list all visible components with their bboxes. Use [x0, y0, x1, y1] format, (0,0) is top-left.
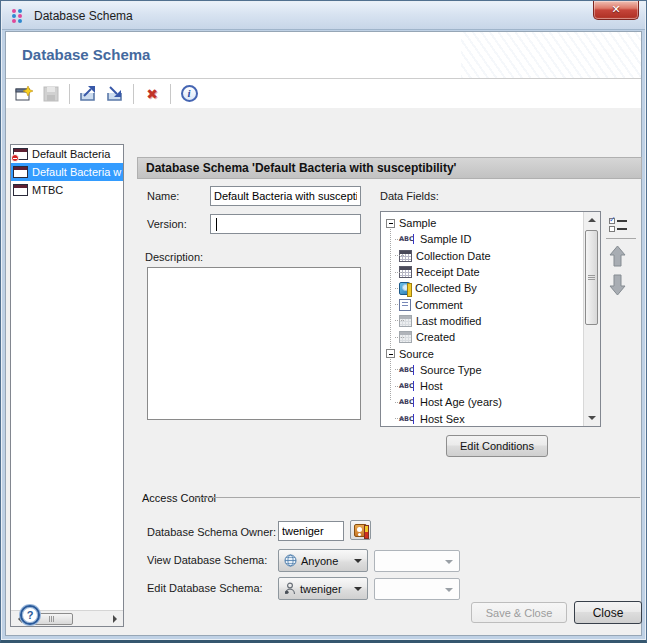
checked-box-icon [609, 218, 615, 224]
schema-window-icon [13, 148, 28, 160]
new-schema-button[interactable] [12, 82, 36, 106]
tree-item[interactable]: ABC Host [385, 378, 583, 394]
tree-label: Source [399, 348, 434, 360]
tree-group[interactable]: Sample [385, 215, 583, 231]
schema-list-item[interactable]: MTBC [11, 181, 123, 199]
tree-group[interactable]: Source [385, 345, 583, 361]
version-label: Version: [147, 218, 187, 230]
dialog-content: Database Schema [5, 31, 642, 636]
data-fields-tree: Sample ABC Sample ID Collection Date Rec… [380, 211, 601, 427]
save-and-close-button: Save & Close [471, 602, 567, 623]
schema-list-item-selected[interactable]: Default Bacteria w [11, 163, 123, 181]
description-textarea[interactable] [147, 267, 361, 420]
view-schema-dropdown[interactable]: Anyone [278, 549, 368, 572]
delete-button[interactable]: ✖ [140, 82, 164, 106]
export-button[interactable] [76, 82, 100, 106]
tree-item[interactable]: ABC Host Sex [385, 411, 583, 427]
tree-item[interactable]: Receipt Date [385, 264, 583, 280]
scroll-right-icon[interactable] [107, 611, 123, 627]
tree-item[interactable]: Last modified [385, 313, 583, 329]
scroll-up-icon[interactable] [584, 212, 600, 227]
view-schema-label: View Database Schema: [147, 554, 267, 566]
save-icon [43, 86, 59, 102]
tree-label: Created [416, 331, 455, 343]
export-icon [78, 85, 98, 102]
name-input[interactable] [210, 186, 361, 206]
scrollbar-thumb[interactable] [585, 230, 598, 325]
database-schema-dialog: Database Schema ✕ Database Schema [0, 0, 647, 643]
chevron-down-icon [445, 588, 453, 596]
memo-field-icon [399, 299, 411, 311]
name-label: Name: [147, 190, 179, 202]
window-close-button[interactable]: ✕ [593, 1, 639, 20]
tree-item[interactable]: Comment [385, 296, 583, 312]
collapse-toggle-icon[interactable] [386, 219, 395, 228]
data-fields-label: Data Fields: [380, 190, 439, 202]
titlebar[interactable]: Database Schema [2, 2, 645, 30]
date-field-icon [399, 250, 412, 262]
edit-schema-label: Edit Database Schema: [147, 582, 263, 594]
scroll-down-icon[interactable] [584, 411, 600, 426]
text-field-icon: ABC [399, 381, 416, 391]
collapse-toggle-icon[interactable] [386, 349, 395, 358]
globe-icon [284, 554, 297, 567]
edit-conditions-button[interactable]: Edit Conditions [446, 435, 548, 457]
app-icon [11, 8, 27, 24]
unchecked-box-icon [609, 226, 615, 232]
address-book-icon [354, 524, 367, 537]
disabled-badge-icon [11, 154, 19, 162]
system-date-field-icon [399, 331, 412, 343]
description-label: Description: [145, 251, 203, 263]
schema-item-label: Default Bacteria [32, 148, 110, 160]
move-up-button[interactable] [609, 245, 629, 269]
toolbar-separator [133, 84, 134, 104]
close-button[interactable]: Close [574, 601, 642, 624]
tree-label: Host Sex [420, 413, 465, 425]
tree-item[interactable]: Created [385, 329, 583, 345]
header-band: Database Schema [6, 32, 641, 78]
tree-item[interactable]: ABC Sample ID [385, 231, 583, 247]
version-input[interactable] [210, 214, 361, 234]
date-field-icon [399, 266, 412, 278]
tree-label: Last modified [416, 315, 481, 327]
text-field-icon: ABC [399, 365, 416, 375]
access-control-title: Access Control [142, 492, 216, 504]
side-separator [606, 238, 636, 239]
conditions-button[interactable] [609, 217, 631, 234]
tree-item[interactable]: ABC Host Age (years) [385, 394, 583, 410]
toolbar-separator [69, 84, 70, 104]
import-icon [105, 85, 125, 102]
new-schema-icon [15, 86, 33, 102]
text-field-icon: ABC [399, 397, 416, 407]
info-icon: i [181, 85, 198, 102]
edit-schema-value: tweniger [300, 583, 342, 595]
owner-input[interactable] [278, 521, 344, 541]
toolbar: ✖ i [6, 78, 641, 108]
import-button[interactable] [103, 82, 127, 106]
pick-owner-button[interactable] [350, 520, 371, 540]
tree-item[interactable]: Collection Date [385, 248, 583, 264]
move-down-button[interactable] [609, 274, 629, 298]
tree-label: Source Type [420, 364, 482, 376]
view-schema-secondary-dropdown [374, 550, 460, 572]
view-schema-value: Anyone [301, 555, 338, 567]
panel-header: Database Schema 'Default Bacteria with s… [137, 157, 642, 179]
text-caret [216, 218, 217, 231]
tree-label: Host [420, 380, 443, 392]
page-title: Database Schema [22, 46, 150, 63]
edit-schema-dropdown[interactable]: tweniger [278, 577, 368, 600]
schema-item-label: MTBC [32, 184, 63, 196]
vertical-scrollbar[interactable] [583, 212, 600, 426]
tree-item[interactable]: ABC Source Type [385, 362, 583, 378]
tree-label: Comment [415, 299, 463, 311]
help-button[interactable]: ? [20, 605, 40, 625]
schema-window-icon [13, 166, 28, 178]
system-date-field-icon [399, 315, 412, 327]
info-button[interactable]: i [177, 82, 201, 106]
schema-list: Default Bacteria Default Bacteria w MTBC [10, 144, 124, 627]
tree-item[interactable]: Collected By [385, 280, 583, 296]
arrow-down-icon [609, 274, 626, 296]
tree-label: Collection Date [416, 250, 491, 262]
schema-list-item[interactable]: Default Bacteria [11, 145, 123, 163]
schema-item-label: Default Bacteria w [32, 166, 121, 178]
